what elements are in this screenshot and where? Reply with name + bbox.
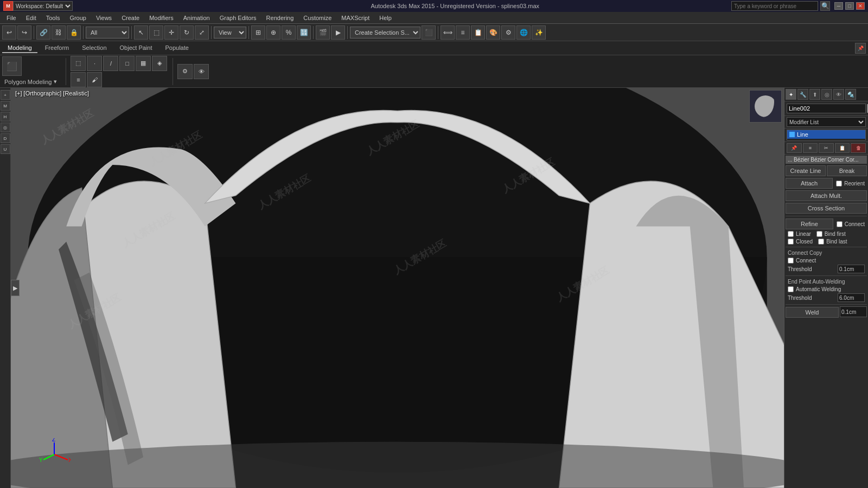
cross-section-button[interactable]: Cross Section bbox=[786, 203, 867, 214]
menu-modifiers[interactable]: Modifiers bbox=[145, 14, 178, 22]
rp-tab-utilities[interactable]: 🔩 bbox=[845, 89, 856, 100]
weld-value-input[interactable] bbox=[840, 306, 867, 317]
menu-views[interactable]: Views bbox=[92, 14, 116, 22]
create-line-button[interactable]: Create Line bbox=[786, 165, 826, 176]
menu-create[interactable]: Create bbox=[117, 14, 144, 22]
modifier-item-line[interactable]: Line bbox=[787, 130, 865, 139]
menu-tools[interactable]: Tools bbox=[42, 14, 65, 22]
effects[interactable]: ✨ bbox=[532, 25, 546, 40]
scale-button[interactable]: ⤢ bbox=[195, 25, 209, 40]
threshold2-input[interactable] bbox=[838, 293, 865, 302]
viewport[interactable]: 人人素材社区 人人素材社区 人人素材社区 人人素材社区 人人素材社区 人人素材社… bbox=[11, 88, 784, 488]
menu-file[interactable]: File bbox=[2, 14, 21, 22]
bind-last-checkbox[interactable] bbox=[818, 239, 824, 245]
bind-first-checkbox[interactable] bbox=[816, 231, 822, 237]
create-selection-set[interactable]: Create Selection S... bbox=[350, 27, 420, 38]
create-tab[interactable]: + bbox=[1, 90, 10, 100]
select-region-button[interactable]: ⬚ bbox=[149, 25, 163, 40]
stack-btn[interactable]: ≡ bbox=[71, 72, 86, 87]
menu-maxscript[interactable]: MAXScript bbox=[337, 14, 374, 22]
automatic-welding-checkbox[interactable] bbox=[788, 286, 794, 292]
align-button[interactable]: ≡ bbox=[456, 25, 470, 40]
material-editor[interactable]: 🎨 bbox=[486, 25, 500, 40]
rp-tab-hierarchy[interactable]: ⬆ bbox=[809, 89, 820, 100]
linear-checkbox[interactable] bbox=[788, 231, 794, 237]
hierarchy-tab[interactable]: H bbox=[1, 112, 10, 121]
rp-tab-modify[interactable]: 🔧 bbox=[797, 89, 808, 100]
break-button[interactable]: Break bbox=[827, 165, 867, 176]
tab-selection[interactable]: Selection bbox=[76, 43, 112, 53]
attach-button[interactable]: Attach bbox=[786, 178, 833, 189]
environment[interactable]: 🌐 bbox=[516, 25, 531, 40]
delete-modifier-btn[interactable]: 🗑 bbox=[851, 143, 866, 153]
refine-button[interactable]: Refine bbox=[786, 219, 833, 229]
face-btn[interactable]: ▦ bbox=[136, 56, 151, 71]
nav-arrow[interactable]: ▶ bbox=[11, 280, 20, 296]
attach-mult-button[interactable]: Attach Mult. bbox=[786, 190, 867, 201]
link-button[interactable]: 🔗 bbox=[36, 25, 50, 40]
minimize-button[interactable]: ─ bbox=[834, 2, 843, 10]
closed-checkbox[interactable] bbox=[788, 239, 794, 245]
element-btn[interactable]: ◈ bbox=[152, 56, 167, 71]
named-selections[interactable]: ⬛ bbox=[422, 25, 436, 40]
filter-dropdown[interactable]: All bbox=[86, 27, 129, 38]
quick-render[interactable]: ▶ bbox=[331, 25, 345, 40]
ribbon-pin[interactable]: 📌 bbox=[855, 43, 866, 54]
preview-btn[interactable]: 👁 bbox=[194, 64, 209, 79]
connect-inner-checkbox[interactable] bbox=[788, 258, 794, 264]
close-button[interactable]: ✕ bbox=[856, 2, 865, 10]
render-scene[interactable]: 🎬 bbox=[316, 25, 330, 40]
edge-btn[interactable]: / bbox=[103, 56, 118, 71]
menu-animation[interactable]: Animation bbox=[179, 14, 214, 22]
rp-tab-display[interactable]: 👁 bbox=[833, 89, 844, 100]
render-setup[interactable]: ⚙ bbox=[501, 25, 515, 40]
layer-manager[interactable]: 📋 bbox=[471, 25, 485, 40]
edit-poly-btn[interactable]: ⬚ bbox=[71, 56, 86, 71]
undo-button[interactable]: ↩ bbox=[2, 25, 16, 40]
menu-group[interactable]: Group bbox=[65, 14, 91, 22]
menu-rendering[interactable]: Rendering bbox=[262, 14, 298, 22]
tab-populate[interactable]: Populate bbox=[159, 43, 194, 53]
tab-freeform[interactable]: Freeform bbox=[40, 43, 75, 53]
maximize-button[interactable]: □ bbox=[845, 2, 854, 10]
utilities-tab[interactable]: U bbox=[1, 144, 10, 154]
modifier-list-dropdown[interactable]: Modifier List bbox=[787, 117, 866, 127]
reorient-checkbox[interactable] bbox=[836, 181, 842, 187]
menu-edit[interactable]: Edit bbox=[22, 14, 41, 22]
view-dropdown[interactable]: View bbox=[214, 27, 246, 38]
menu-graph-editors[interactable]: Graph Editors bbox=[215, 14, 261, 22]
move-button[interactable]: ✛ bbox=[164, 25, 178, 40]
pin-modifier-btn[interactable]: 📌 bbox=[787, 143, 802, 153]
rotate-button[interactable]: ↻ bbox=[180, 25, 194, 40]
workspace-dropdown[interactable]: Workspace: Default bbox=[13, 1, 73, 11]
polygon-modeling-label[interactable]: Polygon Modeling ▾ bbox=[2, 77, 59, 86]
rp-tab-create[interactable]: ✦ bbox=[786, 89, 796, 100]
settings-icon[interactable]: ⚙ bbox=[177, 64, 193, 79]
search-input[interactable] bbox=[731, 1, 818, 11]
angle-snap[interactable]: ⊕ bbox=[266, 25, 280, 40]
spinner-snap[interactable]: 🔢 bbox=[297, 25, 311, 40]
cut-btn[interactable]: ✂ bbox=[819, 143, 834, 153]
copy-stack-btn[interactable]: 📋 bbox=[835, 143, 850, 153]
modify-tab[interactable]: M bbox=[1, 101, 10, 111]
snap-toggle[interactable]: ⊞ bbox=[251, 25, 265, 40]
threshold-input[interactable] bbox=[838, 265, 865, 273]
tab-object-paint[interactable]: Object Paint bbox=[114, 43, 158, 53]
mirror-button[interactable]: ⟺ bbox=[441, 25, 455, 40]
unlink-button[interactable]: ⛓ bbox=[52, 25, 66, 40]
geometry-rollout-header[interactable]: ... Bézier Bézier Corner Cor... bbox=[786, 156, 867, 164]
vertex-btn[interactable]: · bbox=[87, 56, 102, 71]
redo-button[interactable]: ↪ bbox=[17, 25, 31, 40]
tab-modeling[interactable]: Modeling bbox=[2, 43, 37, 53]
menu-customize[interactable]: Customize bbox=[299, 14, 336, 22]
configure-modifier-sets-btn[interactable]: ≡ bbox=[803, 143, 818, 153]
display-tab[interactable]: D bbox=[1, 133, 10, 143]
connect-checkbox[interactable] bbox=[837, 221, 843, 227]
object-paint-btn[interactable]: 🖌 bbox=[87, 72, 102, 87]
polygon-btn[interactable]: ⬛ bbox=[2, 56, 22, 76]
bind-button[interactable]: 🔒 bbox=[67, 25, 81, 40]
select-button[interactable]: ↖ bbox=[134, 25, 148, 40]
search-icon[interactable]: 🔍 bbox=[820, 1, 830, 11]
weld-button[interactable]: Weld bbox=[786, 307, 839, 318]
menu-help[interactable]: Help bbox=[375, 14, 396, 22]
